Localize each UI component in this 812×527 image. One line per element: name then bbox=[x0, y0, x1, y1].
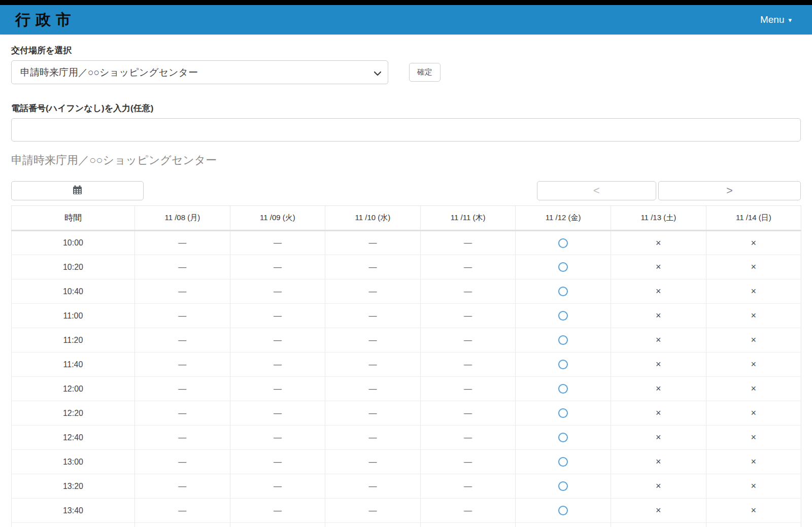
slot-cell: — bbox=[230, 450, 325, 474]
slot-unavailable-mark: — bbox=[274, 238, 282, 247]
available-circle-icon bbox=[558, 457, 568, 467]
day-column-header: 11 /12 (金) bbox=[516, 206, 611, 231]
slot-full-mark: × bbox=[751, 408, 757, 418]
slot-cell: — bbox=[230, 377, 325, 401]
time-label: 11:00 bbox=[12, 304, 135, 328]
confirm-button[interactable]: 確定 bbox=[409, 63, 441, 82]
slot-unavailable-mark: — bbox=[464, 287, 472, 296]
slot-unavailable-mark: — bbox=[368, 287, 377, 296]
slot-full-mark: × bbox=[751, 383, 757, 394]
slot-unavailable-mark: — bbox=[178, 409, 186, 417]
available-circle-icon bbox=[558, 360, 568, 369]
slot-unavailable-mark: — bbox=[178, 238, 186, 247]
slot-cell: — bbox=[230, 474, 325, 499]
slot-unavailable-mark: — bbox=[274, 263, 282, 271]
next-week-button[interactable]: > bbox=[658, 181, 801, 200]
slot-cell: × bbox=[706, 304, 801, 328]
slot-cell: × bbox=[611, 401, 706, 426]
menu-button[interactable]: Menu ▾ bbox=[760, 14, 792, 25]
schedule-controls: < > bbox=[11, 181, 801, 200]
time-label: 12:40 bbox=[12, 426, 135, 450]
slot-unavailable-mark: — bbox=[368, 336, 377, 344]
available-slot-button[interactable] bbox=[556, 308, 571, 324]
slot-full-mark: × bbox=[751, 359, 757, 369]
slot-unavailable-mark: — bbox=[464, 506, 472, 515]
available-circle-icon bbox=[558, 506, 568, 515]
slot-cell bbox=[516, 255, 611, 279]
time-label: 12:00 bbox=[12, 377, 135, 401]
time-label: 13:40 bbox=[12, 499, 135, 523]
slot-cell: — bbox=[230, 231, 325, 255]
slot-cell bbox=[516, 499, 611, 523]
slot-cell: — bbox=[420, 279, 516, 304]
time-slot-row: 13:00————×× bbox=[12, 450, 801, 474]
slot-cell: — bbox=[230, 426, 325, 450]
slot-cell: × bbox=[706, 474, 801, 499]
day-column-header: 11 /13 (土) bbox=[611, 206, 706, 231]
available-slot-button[interactable] bbox=[556, 357, 571, 372]
available-circle-icon bbox=[558, 408, 568, 418]
slot-cell: × bbox=[611, 474, 706, 499]
previous-week-button[interactable]: < bbox=[537, 181, 656, 200]
phone-input[interactable] bbox=[11, 118, 801, 142]
slot-cell: — bbox=[420, 231, 516, 255]
slot-unavailable-mark: — bbox=[274, 458, 282, 466]
slot-cell: × bbox=[706, 450, 801, 474]
slot-cell: — bbox=[325, 304, 421, 328]
slot-unavailable-mark: — bbox=[274, 287, 282, 296]
time-label: 13:00 bbox=[12, 450, 135, 474]
location-select[interactable]: 申請時来庁用／○○ショッピングセンター bbox=[11, 60, 388, 84]
available-circle-icon bbox=[558, 335, 568, 345]
slot-full-mark: × bbox=[751, 456, 757, 467]
slot-unavailable-mark: — bbox=[178, 506, 186, 515]
calendar-view-button[interactable] bbox=[11, 181, 144, 200]
available-slot-button[interactable] bbox=[556, 235, 571, 251]
slot-cell: × bbox=[611, 255, 706, 279]
slot-unavailable-mark: — bbox=[368, 506, 377, 515]
available-slot-button[interactable] bbox=[556, 333, 571, 348]
time-column-header: 時間 bbox=[12, 206, 135, 231]
time-slot-row: 11:20————×× bbox=[12, 328, 801, 353]
slot-cell: — bbox=[230, 255, 325, 279]
slot-unavailable-mark: — bbox=[368, 458, 377, 466]
available-slot-button[interactable] bbox=[556, 503, 571, 518]
time-slot-row: 12:00————×× bbox=[12, 377, 801, 401]
available-circle-icon bbox=[558, 384, 568, 394]
slot-cell: — bbox=[230, 328, 325, 353]
slot-unavailable-mark: — bbox=[464, 458, 472, 466]
slot-cell: — bbox=[135, 328, 230, 353]
slot-unavailable-mark: — bbox=[368, 482, 377, 490]
slot-unavailable-mark: — bbox=[274, 336, 282, 344]
slot-cell: — bbox=[325, 255, 421, 279]
available-slot-button[interactable] bbox=[556, 381, 571, 397]
available-slot-button[interactable] bbox=[556, 454, 571, 470]
slot-cell: — bbox=[325, 499, 421, 523]
clipped-row bbox=[12, 523, 801, 527]
slot-unavailable-mark: — bbox=[368, 433, 377, 442]
available-slot-button[interactable] bbox=[556, 284, 571, 299]
slot-cell: × bbox=[611, 279, 706, 304]
slot-full-mark: × bbox=[656, 383, 661, 394]
slot-unavailable-mark: — bbox=[464, 433, 472, 442]
time-label: 11:20 bbox=[12, 328, 135, 353]
slot-full-mark: × bbox=[656, 432, 661, 442]
available-slot-button[interactable] bbox=[556, 430, 571, 445]
slot-cell bbox=[516, 377, 611, 401]
slot-cell: × bbox=[611, 499, 706, 523]
available-slot-button[interactable] bbox=[556, 479, 571, 494]
available-slot-button[interactable] bbox=[556, 260, 571, 275]
slot-cell: × bbox=[611, 450, 706, 474]
time-slot-row: 13:40————×× bbox=[12, 499, 801, 523]
available-slot-button[interactable] bbox=[556, 406, 571, 421]
time-label: 13:20 bbox=[12, 474, 135, 499]
slot-unavailable-mark: — bbox=[368, 384, 377, 393]
slot-unavailable-mark: — bbox=[274, 384, 282, 393]
slot-unavailable-mark: — bbox=[178, 336, 186, 344]
slot-cell: — bbox=[230, 353, 325, 377]
time-slot-row: 10:40————×× bbox=[12, 279, 801, 304]
day-column-header: 11 /09 (火) bbox=[230, 206, 325, 231]
slot-full-mark: × bbox=[751, 286, 757, 296]
time-slot-row: 12:20————×× bbox=[12, 401, 801, 426]
slot-unavailable-mark: — bbox=[178, 384, 186, 393]
slot-cell: × bbox=[611, 231, 706, 255]
